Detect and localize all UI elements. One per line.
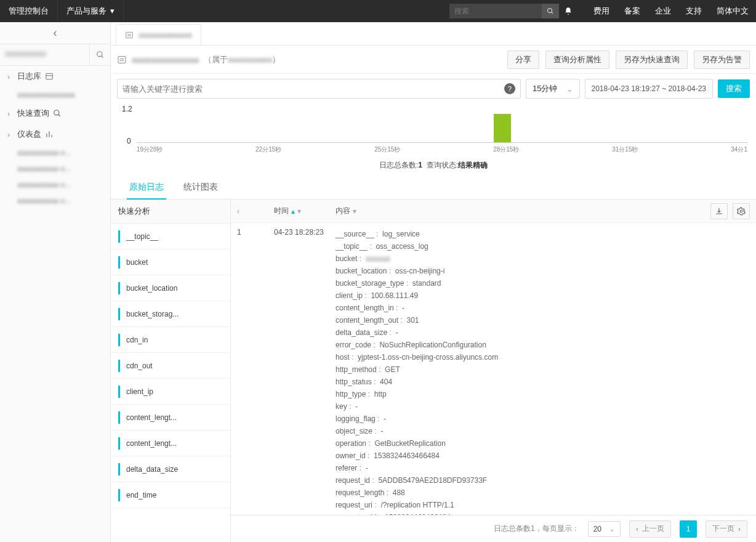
indicator-bar xyxy=(118,230,120,243)
log-field: __topic__ : oss_access_log xyxy=(336,240,750,253)
result-tabs: 原始日志 统计图表 xyxy=(111,176,756,200)
global-search-input[interactable] xyxy=(449,4,542,18)
y-tick: 0 xyxy=(127,137,131,145)
x-tick: 28分15秒 xyxy=(493,145,519,154)
chevron-right-icon: › xyxy=(7,109,14,118)
log-field: bucket_storage_type : standard xyxy=(336,277,750,289)
sort-desc-icon: ▾ xyxy=(297,207,301,216)
logs-icon xyxy=(125,31,134,39)
sidebar-dash-item[interactable]: aaaaaaaaaa-o... xyxy=(0,161,110,177)
sidebar-section-logstore[interactable]: › 日志库 xyxy=(0,66,110,87)
log-field: http_type : http xyxy=(336,388,750,400)
svg-point-17 xyxy=(740,210,742,212)
console-link[interactable]: 管理控制台 xyxy=(0,0,58,22)
help-icon[interactable]: ? xyxy=(504,83,515,94)
logs-icon xyxy=(117,55,127,65)
svg-line-3 xyxy=(101,56,103,58)
qa-field-item[interactable]: __topic__ xyxy=(111,224,230,249)
svg-point-6 xyxy=(54,110,59,115)
quick-analysis-title: 快速分析 xyxy=(111,200,230,224)
nav-beian[interactable]: 备案 xyxy=(617,0,648,22)
page-number[interactable]: 1 xyxy=(680,520,697,538)
x-tick: 19分28秒 xyxy=(137,145,163,154)
save-quick-button[interactable]: 另存为快速查询 xyxy=(616,51,688,69)
x-tick: 25分15秒 xyxy=(374,145,400,154)
log-field: object_size : - xyxy=(336,425,750,437)
log-time: 04-23 18:28:23 xyxy=(274,228,336,237)
query-input[interactable] xyxy=(123,84,504,94)
indicator-bar xyxy=(118,256,120,269)
tab-logstore[interactable]: aaaaaaaaaaaa xyxy=(116,24,201,45)
log-field: content_length_out : 301 xyxy=(336,314,750,326)
x-tick: 34分1 xyxy=(731,145,747,154)
status-line: 日志总条数:1 查询状态:结果精确 xyxy=(111,154,756,176)
qa-field-item[interactable]: content_lengt... xyxy=(111,405,230,431)
sidebar-dash-item[interactable]: aaaaaaaaaa-o... xyxy=(0,145,110,161)
page-size-select[interactable]: 20 ⌄ xyxy=(588,521,621,537)
global-search-button[interactable] xyxy=(542,4,559,18)
prev-page-button[interactable]: ‹ 上一页 xyxy=(629,520,671,538)
qa-field-item[interactable]: bucket xyxy=(111,249,230,275)
tab-raw-logs[interactable]: 原始日志 xyxy=(119,176,174,199)
qa-field-item[interactable]: delta_data_size xyxy=(111,456,230,482)
sidebar-dash-item[interactable]: aaaaaaaaaa-o... xyxy=(0,193,110,209)
header-row: aaaaaaaaaaaaaa （属于aaaaaaaaaa） 分享 查询分析属性 … xyxy=(111,46,756,74)
chevron-left-icon: ‹ xyxy=(636,525,638,533)
sidebar-collapse[interactable]: ‹ xyxy=(0,22,110,44)
tab-stats[interactable]: 统计图表 xyxy=(174,176,228,199)
notifications-button[interactable] xyxy=(564,7,586,15)
nav-company[interactable]: 企业 xyxy=(648,0,678,22)
qa-field-item[interactable]: client_ip xyxy=(111,379,230,405)
query-attr-button[interactable]: 查询分析属性 xyxy=(545,51,609,69)
sidebar-section-dashboard[interactable]: › 仪表盘 xyxy=(0,124,110,145)
nav-fee[interactable]: 费用 xyxy=(586,0,617,22)
sidebar-dash-item[interactable]: aaaaaaaaaa-o... xyxy=(0,177,110,193)
qa-field-item[interactable]: end_time xyxy=(111,482,230,508)
log-index: 1 xyxy=(237,228,274,237)
log-field: __source__ : log_service xyxy=(336,228,750,240)
tab-strip: aaaaaaaaaaaa xyxy=(111,22,756,46)
nav-lang[interactable]: 简体中文 xyxy=(709,0,756,22)
sidebar-search-button[interactable] xyxy=(89,44,110,65)
query-row: ? 15分钟 ⌄ 2018-04-23 18:19:27 ~ 2018-04-2… xyxy=(111,74,756,103)
log-field: bucket_location : oss-cn-beijing-i xyxy=(336,265,750,277)
log-field: operation : GetBucketReplication xyxy=(336,437,750,450)
save-alert-button[interactable]: 另存为告警 xyxy=(694,51,750,69)
products-menu[interactable]: 产品与服务 ▾ xyxy=(58,0,124,22)
download-button[interactable] xyxy=(710,203,728,219)
qa-field-item[interactable]: cdn_out xyxy=(111,353,230,379)
download-icon xyxy=(715,207,723,216)
log-field: host : yjptest-1.oss-cn-beijing-cross.al… xyxy=(336,351,750,363)
qa-field-item[interactable]: bucket_location xyxy=(111,275,230,301)
logstore-icon xyxy=(45,72,54,81)
nav-support[interactable]: 支持 xyxy=(678,0,709,22)
time-select[interactable]: 15分钟 ⌄ xyxy=(526,79,579,99)
svg-rect-4 xyxy=(46,73,53,79)
qa-field-item[interactable]: bucket_storag... xyxy=(111,301,230,327)
search-icon xyxy=(53,109,62,118)
bell-icon xyxy=(564,7,573,15)
sort-asc-icon: ▴ xyxy=(291,207,295,216)
log-field: request_length : 488 xyxy=(336,487,750,499)
qa-field-item[interactable]: cdn_in xyxy=(111,327,230,353)
chevron-left-icon[interactable]: ‹ xyxy=(237,207,239,216)
share-button[interactable]: 分享 xyxy=(507,51,539,69)
svg-line-7 xyxy=(58,115,60,116)
qa-field-item[interactable]: content_lengt... xyxy=(111,431,230,456)
chevron-down-icon: ▾ xyxy=(110,0,115,22)
sidebar-logstore-item[interactable]: aaaaaaaaaaaaaa xyxy=(0,87,110,103)
next-page-button[interactable]: 下一页 › xyxy=(706,520,747,538)
search-button[interactable]: 搜索 xyxy=(718,79,750,98)
log-field: referer : - xyxy=(336,462,750,474)
col-time-header[interactable]: 时间 ▴▾ xyxy=(274,206,336,216)
settings-button[interactable] xyxy=(733,203,750,219)
chevron-right-icon: › xyxy=(7,130,14,139)
chart-icon xyxy=(45,130,54,139)
main: aaaaaaaaaaaa aaaaaaaaaaaaaa （属于aaaaaaaaa… xyxy=(111,22,756,542)
log-field: key : - xyxy=(336,400,750,413)
sidebar-section-quickquery[interactable]: › 快速查询 xyxy=(0,103,110,124)
col-content-header[interactable]: 内容 ▾ xyxy=(336,206,710,216)
time-range[interactable]: 2018-04-23 18:19:27 ~ 2018-04-23 xyxy=(585,79,714,99)
svg-point-2 xyxy=(97,52,102,57)
indicator-bar xyxy=(118,411,120,424)
